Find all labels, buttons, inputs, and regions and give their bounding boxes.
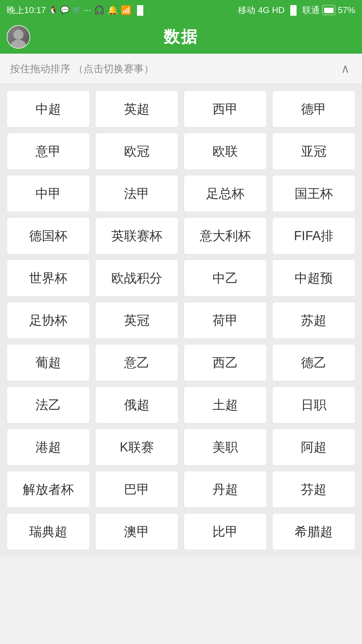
sort-sub-text: （点击切换赛事） bbox=[73, 63, 154, 74]
league-item-puchao[interactable]: 葡超 bbox=[7, 344, 90, 381]
league-item-ouzhanjifen[interactable]: 欧战积分 bbox=[95, 260, 178, 297]
league-item-tuchao[interactable]: 土超 bbox=[184, 386, 267, 423]
league-item-rizhi[interactable]: 日职 bbox=[272, 386, 355, 423]
league-item-xiyi[interactable]: 西乙 bbox=[184, 344, 267, 381]
svg-point-0 bbox=[13, 30, 23, 40]
avatar-image bbox=[7, 26, 29, 48]
league-item-kliansai[interactable]: K联赛 bbox=[95, 429, 178, 466]
league-item-zhongjia[interactable]: 中甲 bbox=[7, 175, 90, 212]
status-time: 晚上10:17 bbox=[7, 4, 46, 16]
headphone-icon: 🎧 bbox=[94, 5, 105, 15]
wechat-icon: 💬 bbox=[60, 6, 69, 14]
league-item-bijia[interactable]: 比甲 bbox=[184, 513, 267, 550]
league-item-fifapai[interactable]: FIFA排 bbox=[272, 217, 355, 254]
status-left: 晚上10:17 🐧 💬 🛒 ··· 🎧 🔔 📶 ▐▌ bbox=[7, 4, 146, 16]
league-item-yingguanb[interactable]: 英冠 bbox=[95, 302, 178, 339]
sort-bar[interactable]: 按住拖动排序 （点击切换赛事） ∧ bbox=[0, 54, 362, 84]
league-item-meizhi[interactable]: 美职 bbox=[184, 429, 267, 466]
collapse-chevron[interactable]: ∧ bbox=[339, 62, 352, 75]
signal2-icon: ▐▌ bbox=[287, 5, 300, 15]
league-item-zhongchaoyuu[interactable]: 中超预 bbox=[272, 260, 355, 297]
carrier-label: 移动 4G HD bbox=[238, 4, 285, 16]
league-item-yaguan[interactable]: 亚冠 bbox=[272, 133, 355, 170]
battery-fill bbox=[324, 8, 334, 13]
league-item-yidalibei[interactable]: 意大利杯 bbox=[184, 217, 267, 254]
league-item-zuxiebei[interactable]: 足协杯 bbox=[7, 302, 90, 339]
league-item-echao[interactable]: 俄超 bbox=[95, 386, 178, 423]
qq-icon: 🐧 bbox=[49, 6, 58, 14]
league-item-danchao[interactable]: 丹超 bbox=[184, 471, 267, 508]
sort-bar-label: 按住拖动排序 （点击切换赛事） bbox=[10, 62, 154, 76]
league-item-xilachao[interactable]: 希腊超 bbox=[272, 513, 355, 550]
league-item-ruidianichao[interactable]: 瑞典超 bbox=[7, 513, 90, 550]
league-item-fayi[interactable]: 法乙 bbox=[7, 386, 90, 423]
league-item-zuzonbei[interactable]: 足总杯 bbox=[184, 175, 267, 212]
league-item-yingliansi[interactable]: 英联赛杯 bbox=[95, 217, 178, 254]
league-item-fenchao[interactable]: 芬超 bbox=[272, 471, 355, 508]
avatar[interactable] bbox=[7, 25, 30, 49]
signal-icon: ▐▌ bbox=[134, 5, 146, 15]
sort-main-text: 按住拖动排序 bbox=[10, 63, 70, 74]
svg-point-1 bbox=[11, 40, 26, 49]
battery-percent: 57% bbox=[338, 5, 355, 15]
jingdong-icon: 🛒 bbox=[72, 6, 81, 14]
league-item-hejia[interactable]: 荷甲 bbox=[184, 302, 267, 339]
league-item-ouguan[interactable]: 欧冠 bbox=[95, 133, 178, 170]
league-item-achao[interactable]: 阿超 bbox=[272, 429, 355, 466]
league-item-dejia[interactable]: 德甲 bbox=[272, 91, 355, 127]
status-right: 移动 4G HD ▐▌ 联通 57% bbox=[238, 4, 355, 16]
league-item-yiyi[interactable]: 意乙 bbox=[95, 344, 178, 381]
league-item-zhongyi[interactable]: 中乙 bbox=[184, 260, 267, 297]
status-bar: 晚上10:17 🐧 💬 🛒 ··· 🎧 🔔 📶 ▐▌ 移动 4G HD ▐▌ 联… bbox=[0, 0, 362, 20]
league-grid: 中超英超西甲德甲意甲欧冠欧联亚冠中甲法甲足总杯国王杯德国杯英联赛杯意大利杯FIF… bbox=[7, 91, 355, 550]
league-item-bajia[interactable]: 巴甲 bbox=[95, 471, 178, 508]
league-item-gangchao[interactable]: 港超 bbox=[7, 429, 90, 466]
carrier2-label: 联通 bbox=[302, 4, 320, 16]
league-item-yijia[interactable]: 意甲 bbox=[7, 133, 90, 170]
alarm-icon: 🔔 bbox=[107, 5, 118, 15]
league-item-jiefangzhebei[interactable]: 解放者杯 bbox=[7, 471, 90, 508]
league-item-guowangbei[interactable]: 国王杯 bbox=[272, 175, 355, 212]
league-item-shijieibei[interactable]: 世界杯 bbox=[7, 260, 90, 297]
league-item-xijia[interactable]: 西甲 bbox=[184, 91, 267, 127]
league-item-aojia[interactable]: 澳甲 bbox=[95, 513, 178, 550]
page-title: 数据 bbox=[164, 26, 198, 48]
league-item-oulian[interactable]: 欧联 bbox=[184, 133, 267, 170]
league-item-fajia[interactable]: 法甲 bbox=[95, 175, 178, 212]
league-item-suchao[interactable]: 苏超 bbox=[272, 302, 355, 339]
league-item-yingchao[interactable]: 英超 bbox=[95, 91, 178, 127]
wifi-icon: 📶 bbox=[121, 5, 131, 15]
app-header: 数据 bbox=[0, 20, 362, 54]
battery-bar bbox=[322, 5, 335, 15]
league-item-zhongchao[interactable]: 中超 bbox=[7, 91, 90, 127]
league-grid-container: 中超英超西甲德甲意甲欧冠欧联亚冠中甲法甲足总杯国王杯德国杯英联赛杯意大利杯FIF… bbox=[0, 84, 362, 557]
league-item-deyi[interactable]: 德乙 bbox=[272, 344, 355, 381]
league-item-deguobei[interactable]: 德国杯 bbox=[7, 217, 90, 254]
more-icon: ··· bbox=[84, 5, 91, 15]
